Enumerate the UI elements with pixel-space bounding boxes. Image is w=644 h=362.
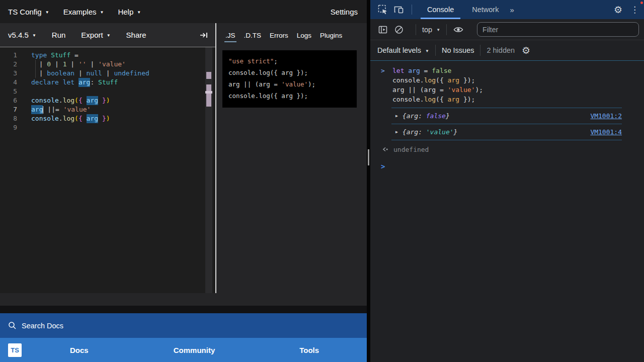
- tab-plugins[interactable]: Plugins: [320, 32, 342, 39]
- code-token: console.log({ arg });: [228, 69, 308, 76]
- menu-examples[interactable]: Examples ▼: [63, 8, 104, 16]
- code-token: arg: [78, 78, 90, 87]
- line-number: 9: [0, 123, 17, 132]
- scrollbar-thumb[interactable]: [205, 91, 212, 94]
- code-token: let: [63, 78, 74, 87]
- code-token: [83, 96, 87, 105]
- playground-footer: TS Docs Community Tools: [0, 338, 367, 362]
- code-token: |: [31, 69, 47, 78]
- issues-counter[interactable]: No Issues: [442, 46, 474, 54]
- code-token: }: [102, 96, 106, 105]
- version-dropdown[interactable]: v5.4.5 ▼: [8, 31, 36, 39]
- code-token: false: [432, 67, 451, 74]
- log-levels-dropdown[interactable]: Default levels ▼: [377, 46, 429, 54]
- code-token: ;: [274, 57, 278, 65]
- footer-link-community[interactable]: Community: [137, 346, 252, 354]
- scrollbar-decoration: [206, 84, 211, 107]
- object-preview[interactable]: {arg: false}: [403, 112, 450, 120]
- code-line: console.log({ arg });: [228, 90, 351, 102]
- code-token: console.: [392, 76, 424, 84]
- footer-link-tools[interactable]: Tools: [252, 346, 367, 354]
- console-output[interactable]: > let arg = falseconsole.log({ arg });ar…: [370, 61, 644, 362]
- device-toolbar-icon[interactable]: [393, 4, 405, 15]
- line-number: 4: [0, 78, 17, 87]
- code-token: );: [308, 80, 315, 88]
- code-line: let arg = false: [392, 66, 483, 75]
- settings-button[interactable]: Settings: [331, 8, 358, 16]
- more-tabs-icon[interactable]: »: [510, 6, 514, 14]
- code-token: console.log({ arg });: [228, 92, 308, 100]
- console-prompt[interactable]: >: [370, 158, 644, 170]
- search-docs-bar[interactable]: Search Docs: [0, 313, 367, 338]
- chevron-down-icon: ▼: [100, 10, 104, 15]
- menu-ts-config[interactable]: TS Config ▼: [8, 8, 49, 16]
- tab-logs[interactable]: Logs: [297, 32, 311, 39]
- console-levels-bar: Default levels ▼ No Issues 2 hidden ⚙: [370, 40, 644, 61]
- footer-link-docs[interactable]: Docs: [22, 346, 137, 354]
- code-token: 'value': [426, 128, 454, 136]
- code-token: ({: [436, 76, 447, 84]
- recording-indicator-dot: [640, 2, 643, 4]
- echoed-command: let arg = falseconsole.log({ arg });arg …: [392, 66, 483, 104]
- indent-guide: [35, 60, 36, 78]
- code-token: 'value': [448, 86, 475, 94]
- code-token: let: [392, 67, 404, 74]
- code-token: false: [426, 112, 446, 120]
- code-line: "use strict";: [228, 55, 351, 67]
- return-arrow-icon: [381, 145, 389, 153]
- tab-console[interactable]: Console: [418, 0, 463, 19]
- tab-dts[interactable]: .D.TS: [244, 32, 262, 39]
- console-sidebar-icon[interactable]: [377, 24, 388, 35]
- code-token: arg: [87, 114, 98, 123]
- code-token: arg || (arg =: [392, 86, 448, 94]
- output-tabs: .JS .D.TS Errors Logs Plugins: [216, 23, 367, 47]
- run-button[interactable]: Run: [52, 31, 66, 39]
- return-value: undefined: [393, 146, 429, 153]
- object-preview[interactable]: {arg: 'value'}: [403, 128, 458, 136]
- code-token: arg: [448, 76, 459, 84]
- code-token: =: [70, 51, 78, 60]
- code-token: undefined: [114, 69, 149, 78]
- clear-console-icon[interactable]: [393, 24, 405, 35]
- resize-handle[interactable]: [368, 149, 369, 165]
- code-token: ): [106, 96, 110, 105]
- code-token: (: [74, 96, 78, 105]
- code-editor[interactable]: 1type Stuff =2 | 0 | 1 | '' | 'value'3 |…: [0, 47, 215, 293]
- devtools-menu-icon[interactable]: ⋮: [630, 6, 639, 14]
- code-line: 9: [0, 123, 215, 132]
- chevron-down-icon: ▼: [425, 49, 429, 53]
- source-link[interactable]: VM1001:2: [590, 112, 622, 120]
- context-selector[interactable]: top ▼: [422, 26, 440, 34]
- console-settings-icon[interactable]: ⚙: [522, 46, 530, 55]
- tab-errors[interactable]: Errors: [270, 32, 288, 39]
- menu-help[interactable]: Help ▼: [118, 8, 141, 16]
- panel-resize-divider[interactable]: [367, 0, 370, 362]
- footer-links: Docs Community Tools: [22, 346, 367, 354]
- live-expression-eye-icon[interactable]: [453, 24, 464, 35]
- code-token: (: [74, 114, 78, 123]
- tab-js[interactable]: .JS: [225, 32, 235, 39]
- dock-sidebar-icon[interactable]: [199, 31, 208, 40]
- typescript-logo[interactable]: TS: [8, 343, 22, 357]
- source-link[interactable]: VM1001:4: [590, 128, 622, 136]
- expand-triangle-icon[interactable]: ▶: [395, 114, 398, 118]
- code-token: |: [31, 60, 47, 69]
- code-token: }: [446, 112, 450, 120]
- export-dropdown[interactable]: Export ▼: [81, 31, 110, 39]
- code-token: log: [424, 76, 436, 84]
- share-button[interactable]: Share: [126, 31, 146, 39]
- inspect-element-icon[interactable]: [377, 4, 388, 15]
- console-log-row: ▶ {arg: 'value'} VM1001:4: [370, 124, 644, 140]
- code-token: ): [106, 114, 110, 123]
- code-token: {: [78, 96, 83, 105]
- devtools-settings-icon[interactable]: ⚙: [614, 5, 622, 15]
- chevron-down-icon: ▼: [32, 33, 36, 38]
- code-token: arg: [31, 105, 43, 114]
- console-filter-input[interactable]: [477, 22, 639, 37]
- compiled-js-output: "use strict";console.log({ arg });arg ||…: [222, 50, 357, 108]
- menu-label: Help: [118, 8, 133, 16]
- toolbar-divider: [435, 45, 436, 56]
- tab-network[interactable]: Network: [463, 0, 508, 19]
- editor-pane: v5.4.5 ▼ Run Export ▼ Share: [0, 23, 215, 293]
- expand-triangle-icon[interactable]: ▶: [395, 130, 398, 134]
